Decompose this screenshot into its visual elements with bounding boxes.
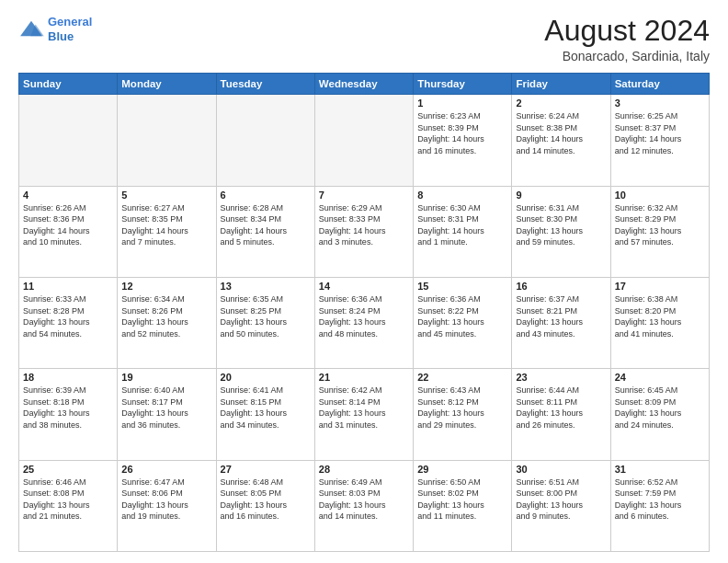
- day-number: 16: [516, 281, 606, 292]
- day-number: 3: [615, 98, 705, 109]
- day-number: 18: [23, 372, 113, 383]
- day-info: Sunrise: 6:38 AM Sunset: 8:20 PM Dayligh…: [615, 293, 705, 339]
- table-row: [118, 95, 216, 186]
- table-row: 14Sunrise: 6:36 AM Sunset: 8:24 PM Dayli…: [314, 277, 413, 368]
- table-row: 1Sunrise: 6:23 AM Sunset: 8:39 PM Daylig…: [414, 95, 512, 186]
- day-info: Sunrise: 6:36 AM Sunset: 8:22 PM Dayligh…: [417, 293, 507, 339]
- header-sunday: Sunday: [19, 74, 118, 95]
- day-info: Sunrise: 6:26 AM Sunset: 8:36 PM Dayligh…: [23, 202, 113, 248]
- day-info: Sunrise: 6:31 AM Sunset: 8:30 PM Dayligh…: [516, 202, 606, 248]
- header: General Blue August 2024 Bonarcado, Sard…: [18, 15, 710, 63]
- table-row: 3Sunrise: 6:25 AM Sunset: 8:37 PM Daylig…: [610, 95, 709, 186]
- day-number: 5: [121, 190, 211, 201]
- day-info: Sunrise: 6:34 AM Sunset: 8:26 PM Dayligh…: [121, 293, 211, 339]
- day-info: Sunrise: 6:25 AM Sunset: 8:37 PM Dayligh…: [615, 110, 705, 156]
- table-row: 24Sunrise: 6:45 AM Sunset: 8:09 PM Dayli…: [610, 369, 709, 460]
- main-title: August 2024: [544, 15, 710, 47]
- logo-general: General: [48, 15, 92, 29]
- day-number: 31: [615, 464, 705, 475]
- day-number: 2: [516, 98, 606, 109]
- day-info: Sunrise: 6:47 AM Sunset: 8:06 PM Dayligh…: [121, 477, 211, 523]
- day-info: Sunrise: 6:32 AM Sunset: 8:29 PM Dayligh…: [615, 202, 705, 248]
- table-row: 5Sunrise: 6:27 AM Sunset: 8:35 PM Daylig…: [118, 186, 216, 277]
- table-row: [19, 95, 118, 186]
- day-info: Sunrise: 6:36 AM Sunset: 8:24 PM Dayligh…: [319, 293, 409, 339]
- day-number: 29: [417, 464, 507, 475]
- day-number: 28: [319, 464, 409, 475]
- day-info: Sunrise: 6:35 AM Sunset: 8:25 PM Dayligh…: [221, 293, 311, 339]
- day-info: Sunrise: 6:42 AM Sunset: 8:14 PM Dayligh…: [319, 385, 409, 431]
- table-row: 11Sunrise: 6:33 AM Sunset: 8:28 PM Dayli…: [19, 277, 118, 368]
- table-row: 29Sunrise: 6:50 AM Sunset: 8:02 PM Dayli…: [414, 460, 512, 551]
- table-row: 26Sunrise: 6:47 AM Sunset: 8:06 PM Dayli…: [118, 460, 216, 551]
- day-info: Sunrise: 6:29 AM Sunset: 8:33 PM Dayligh…: [319, 202, 409, 248]
- table-row: 9Sunrise: 6:31 AM Sunset: 8:30 PM Daylig…: [512, 186, 610, 277]
- day-info: Sunrise: 6:37 AM Sunset: 8:21 PM Dayligh…: [516, 293, 606, 339]
- day-number: 1: [417, 98, 507, 109]
- logo-icon: [18, 19, 44, 40]
- logo-blue: Blue: [48, 29, 74, 43]
- day-info: Sunrise: 6:43 AM Sunset: 8:12 PM Dayligh…: [417, 385, 507, 431]
- day-number: 8: [417, 190, 507, 201]
- day-number: 6: [221, 190, 311, 201]
- table-row: 18Sunrise: 6:39 AM Sunset: 8:18 PM Dayli…: [19, 369, 118, 460]
- day-info: Sunrise: 6:23 AM Sunset: 8:39 PM Dayligh…: [417, 110, 507, 156]
- calendar-week-row: 25Sunrise: 6:46 AM Sunset: 8:08 PM Dayli…: [19, 460, 710, 551]
- day-info: Sunrise: 6:49 AM Sunset: 8:03 PM Dayligh…: [319, 477, 409, 523]
- header-saturday: Saturday: [610, 74, 709, 95]
- table-row: 6Sunrise: 6:28 AM Sunset: 8:34 PM Daylig…: [216, 186, 314, 277]
- calendar-week-row: 11Sunrise: 6:33 AM Sunset: 8:28 PM Dayli…: [19, 277, 710, 368]
- logo: General Blue: [18, 15, 92, 43]
- day-number: 21: [319, 372, 409, 383]
- day-info: Sunrise: 6:27 AM Sunset: 8:35 PM Dayligh…: [121, 202, 211, 248]
- calendar-week-row: 1Sunrise: 6:23 AM Sunset: 8:39 PM Daylig…: [19, 95, 710, 186]
- table-row: [216, 95, 314, 186]
- header-friday: Friday: [512, 74, 610, 95]
- day-number: 13: [221, 281, 311, 292]
- day-info: Sunrise: 6:51 AM Sunset: 8:00 PM Dayligh…: [516, 477, 606, 523]
- day-number: 12: [121, 281, 211, 292]
- day-number: 27: [221, 464, 311, 475]
- table-row: 15Sunrise: 6:36 AM Sunset: 8:22 PM Dayli…: [414, 277, 512, 368]
- day-info: Sunrise: 6:24 AM Sunset: 8:38 PM Dayligh…: [516, 110, 606, 156]
- header-thursday: Thursday: [414, 74, 512, 95]
- day-number: 4: [23, 190, 113, 201]
- day-number: 10: [615, 190, 705, 201]
- day-number: 24: [615, 372, 705, 383]
- day-info: Sunrise: 6:46 AM Sunset: 8:08 PM Dayligh…: [23, 477, 113, 523]
- day-info: Sunrise: 6:52 AM Sunset: 7:59 PM Dayligh…: [615, 477, 705, 523]
- table-row: 22Sunrise: 6:43 AM Sunset: 8:12 PM Dayli…: [414, 369, 512, 460]
- day-info: Sunrise: 6:45 AM Sunset: 8:09 PM Dayligh…: [615, 385, 705, 431]
- table-row: 7Sunrise: 6:29 AM Sunset: 8:33 PM Daylig…: [314, 186, 413, 277]
- table-row: 28Sunrise: 6:49 AM Sunset: 8:03 PM Dayli…: [314, 460, 413, 551]
- day-number: 9: [516, 190, 606, 201]
- day-info: Sunrise: 6:28 AM Sunset: 8:34 PM Dayligh…: [221, 202, 311, 248]
- table-row: 17Sunrise: 6:38 AM Sunset: 8:20 PM Dayli…: [610, 277, 709, 368]
- day-info: Sunrise: 6:50 AM Sunset: 8:02 PM Dayligh…: [417, 477, 507, 523]
- table-row: 25Sunrise: 6:46 AM Sunset: 8:08 PM Dayli…: [19, 460, 118, 551]
- table-row: 16Sunrise: 6:37 AM Sunset: 8:21 PM Dayli…: [512, 277, 610, 368]
- header-wednesday: Wednesday: [314, 74, 413, 95]
- table-row: 31Sunrise: 6:52 AM Sunset: 7:59 PM Dayli…: [610, 460, 709, 551]
- table-row: 27Sunrise: 6:48 AM Sunset: 8:05 PM Dayli…: [216, 460, 314, 551]
- day-number: 19: [121, 372, 211, 383]
- day-number: 30: [516, 464, 606, 475]
- table-row: 19Sunrise: 6:40 AM Sunset: 8:17 PM Dayli…: [118, 369, 216, 460]
- table-row: 20Sunrise: 6:41 AM Sunset: 8:15 PM Dayli…: [216, 369, 314, 460]
- day-number: 20: [221, 372, 311, 383]
- table-row: 12Sunrise: 6:34 AM Sunset: 8:26 PM Dayli…: [118, 277, 216, 368]
- day-number: 14: [319, 281, 409, 292]
- day-info: Sunrise: 6:41 AM Sunset: 8:15 PM Dayligh…: [221, 385, 311, 431]
- table-row: 13Sunrise: 6:35 AM Sunset: 8:25 PM Dayli…: [216, 277, 314, 368]
- day-number: 25: [23, 464, 113, 475]
- day-number: 7: [319, 190, 409, 201]
- weekday-header-row: Sunday Monday Tuesday Wednesday Thursday…: [19, 74, 710, 95]
- table-row: 2Sunrise: 6:24 AM Sunset: 8:38 PM Daylig…: [512, 95, 610, 186]
- day-info: Sunrise: 6:40 AM Sunset: 8:17 PM Dayligh…: [121, 385, 211, 431]
- day-number: 15: [417, 281, 507, 292]
- table-row: 10Sunrise: 6:32 AM Sunset: 8:29 PM Dayli…: [610, 186, 709, 277]
- day-info: Sunrise: 6:39 AM Sunset: 8:18 PM Dayligh…: [23, 385, 113, 431]
- day-number: 11: [23, 281, 113, 292]
- calendar-week-row: 18Sunrise: 6:39 AM Sunset: 8:18 PM Dayli…: [19, 369, 710, 460]
- table-row: 23Sunrise: 6:44 AM Sunset: 8:11 PM Dayli…: [512, 369, 610, 460]
